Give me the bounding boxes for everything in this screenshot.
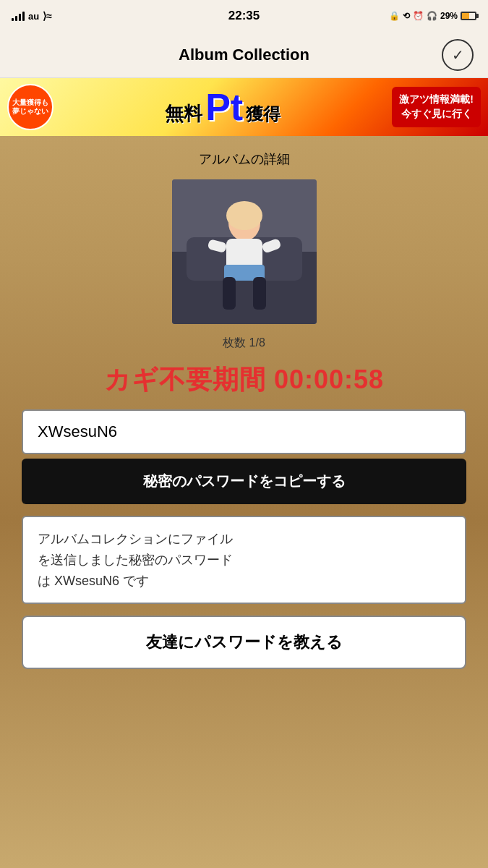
headphone-icon: 🎧 [427, 11, 437, 21]
ad-cta-line2: 今すぐ見に行く [399, 107, 474, 122]
check-icon: ✓ [452, 46, 464, 64]
check-button[interactable]: ✓ [442, 39, 474, 71]
ad-badge: 大量獲得も 夢じゃない [7, 84, 53, 130]
ad-cta-line1: 激アツ情報満載! [399, 93, 474, 107]
share-password-button[interactable]: 友達にパスワードを教える [22, 616, 466, 669]
svg-rect-8 [253, 277, 266, 310]
page-count: 枚数 1/8 [223, 336, 265, 351]
password-text: XWsesuN6 [38, 422, 117, 441]
lock-icon: 🔒 [389, 11, 400, 21]
timer-label: カギ不要期間 [104, 365, 266, 394]
message-line2: を送信しました秘密のパスワード [38, 550, 450, 571]
ad-pt-text: Pt [205, 88, 243, 126]
status-left: au ⟩≈ [12, 10, 52, 22]
alarm-icon: ⏰ [413, 11, 424, 21]
ad-center: 無料 Pt 獲得 [53, 88, 392, 127]
main-content: アルバムの詳細 [0, 136, 488, 868]
message-line1: アルバムコレクションにファイル [38, 529, 450, 550]
album-photo [172, 179, 317, 324]
battery-icon [461, 12, 476, 20]
share-button-label: 友達にパスワードを教える [146, 633, 343, 651]
password-display: XWsesuN6 [22, 409, 466, 454]
nav-title: Album Collection [46, 46, 442, 64]
svg-point-4 [226, 201, 262, 230]
timer-value: 00:00:58 [274, 365, 384, 394]
ad-get-text: 獲得 [246, 103, 281, 126]
wifi-icon: ⟩≈ [43, 10, 52, 22]
signal-icon [12, 11, 25, 21]
message-box: アルバムコレクションにファイル を送信しました秘密のパスワード は XWsesu… [22, 516, 466, 604]
copy-password-button[interactable]: 秘密のパスワードをコピーする [22, 459, 466, 504]
message-line3: は XWsesuN6 です [38, 571, 450, 592]
ad-cta[interactable]: 激アツ情報満載! 今すぐ見に行く [392, 87, 481, 127]
copy-button-label: 秘密のパスワードをコピーする [143, 473, 346, 489]
orientation-icon: ⟲ [403, 11, 410, 21]
album-photo-placeholder [172, 179, 317, 324]
ad-banner[interactable]: 大量獲得も 夢じゃない 無料 Pt 獲得 激アツ情報満載! 今すぐ見に行く [0, 78, 488, 136]
ad-inner: 大量獲得も 夢じゃない 無料 Pt 獲得 激アツ情報満載! 今すぐ見に行く [7, 84, 481, 130]
status-time: 22:35 [228, 9, 260, 23]
album-image-svg [172, 179, 317, 324]
nav-bar: Album Collection ✓ [0, 32, 488, 78]
status-bar: au ⟩≈ 22:35 🔒 ⟲ ⏰ 🎧 29% [0, 0, 488, 32]
album-section-title: アルバムの詳細 [199, 150, 290, 168]
svg-rect-7 [223, 277, 236, 310]
status-right: 🔒 ⟲ ⏰ 🎧 29% [389, 11, 476, 21]
ad-free-text: 無料 [165, 101, 202, 127]
carrier-text: au [28, 11, 39, 22]
battery-text: 29% [440, 11, 458, 21]
timer-display: カギ不要期間 00:00:58 [104, 362, 384, 398]
